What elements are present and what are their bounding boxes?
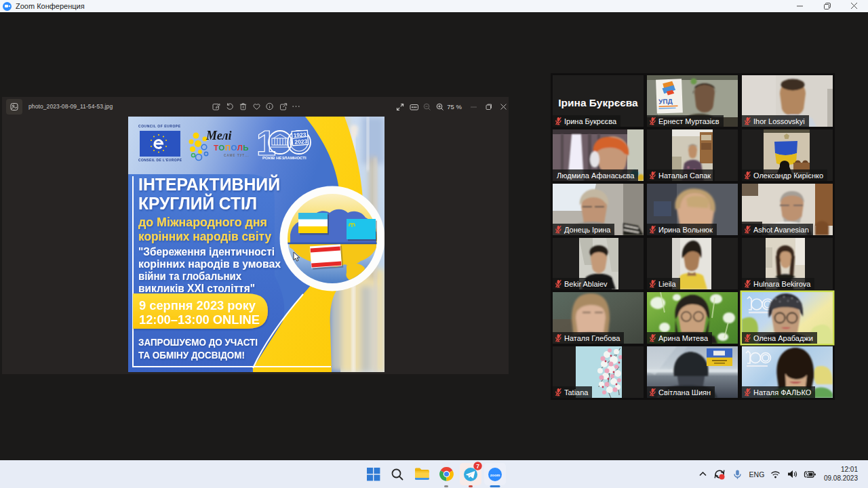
svg-text:САМЕ ТУТ...: САМЕ ТУТ... [224,154,249,157]
svg-text:CONSEIL DE L'EUROPE: CONSEIL DE L'EUROPE [138,158,182,162]
svg-text:ЗАПРОШУЄМО ДО УЧАСТІ: ЗАПРОШУЄМО ДО УЧАСТІ [138,336,258,348]
svg-text:Мелі: Мелі [205,129,232,142]
svg-text:викликів ХХІ століття": викликів ХХІ століття" [138,283,255,294]
svg-text:COUNCIL OF EUROPE: COUNCIL OF EUROPE [138,124,181,128]
svg-text:2023: 2023 [294,138,308,145]
svg-text:7: 7 [476,463,479,470]
svg-text:війни та глобальних: війни та глобальних [138,270,241,282]
svg-text:zoom: zoom [490,472,500,476]
svg-text:12:00–13:00 ONLINE: 12:00–13:00 ONLINE [139,312,260,327]
svg-text:корінних народів світу: корінних народів світу [138,229,272,243]
svg-text:"Збереження ідентичності: "Збереження ідентичності [138,246,275,258]
svg-text:ТОПОЛЬ: ТОПОЛЬ [214,144,249,152]
svg-text:корінних народів в умовах: корінних народів в умовах [138,258,281,270]
svg-text:РОКІВ НЕЗЛАМНОСТІ: РОКІВ НЕЗЛАМНОСТІ [262,156,307,160]
svg-text:УПД: УПД [658,98,673,106]
svg-text:ТА ОБМІНУ ДОСВІДОМ!: ТА ОБМІНУ ДОСВІДОМ! [138,349,245,361]
svg-text:ІНТЕРАКТИВНИЙ: ІНТЕРАКТИВНИЙ [138,174,280,195]
svg-text:9 серпня 2023 року: 9 серпня 2023 року [139,298,256,312]
svg-text:КРУГЛИЙ СТІЛ: КРУГЛИЙ СТІЛ [138,193,257,214]
svg-text:до Міжнародного дня: до Міжнародного дня [138,215,267,229]
